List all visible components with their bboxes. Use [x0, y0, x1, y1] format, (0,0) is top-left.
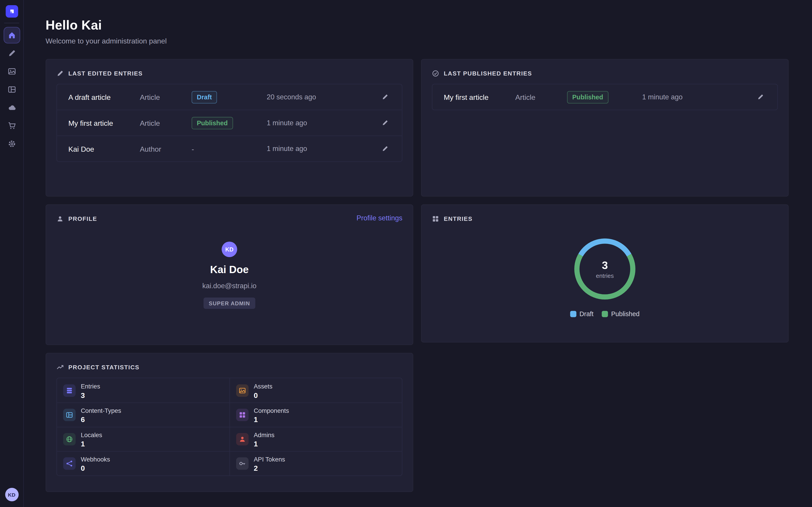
last-published-table: My first article Article Published 1 min…	[432, 84, 778, 110]
sidebar-item-settings[interactable]	[3, 135, 20, 152]
table-row[interactable]: My first article Article Published 1 min…	[57, 110, 402, 136]
entries-card: ENTRIES 3 entries	[421, 205, 789, 342]
page-subtitle: Welcome to your administration panel	[46, 37, 789, 45]
content-type-builder-icon	[7, 85, 16, 94]
admins-icon	[236, 433, 249, 446]
stat-value: 1	[254, 440, 258, 448]
locales-icon	[63, 433, 75, 446]
person-icon	[56, 215, 64, 222]
stat-label: Content-Types	[81, 407, 121, 414]
stat-label: Admins	[254, 432, 274, 439]
stat-label: Components	[254, 407, 289, 414]
sidebar-item-media-library[interactable]	[3, 63, 20, 79]
pencil-icon	[382, 145, 389, 152]
profile-name: Kai Doe	[210, 264, 249, 276]
sidebar-item-content-type-builder[interactable]	[3, 81, 20, 97]
entry-time: 1 minute ago	[267, 119, 379, 127]
user-avatar[interactable]: KD	[5, 488, 18, 501]
profile-email: kai.doe@strapi.io	[202, 282, 256, 290]
entry-type: Article	[515, 93, 567, 101]
home-icon	[7, 31, 16, 39]
stat-admins: Admins 1	[230, 427, 402, 451]
sidebar-divider	[4, 23, 19, 23]
profile-avatar: KD	[222, 241, 237, 257]
card-title: ENTRIES	[444, 216, 472, 222]
api-tokens-icon	[236, 457, 249, 470]
draft-swatch	[570, 311, 576, 317]
stat-label: Entries	[81, 383, 100, 390]
stat-content-types: Content-Types 6	[57, 402, 230, 427]
table-row[interactable]: My first article Article Published 1 min…	[433, 84, 777, 110]
card-title: PROJECT STATISTICS	[68, 364, 139, 371]
last-edited-card: LAST EDITED ENTRIES A draft article Arti…	[46, 59, 413, 197]
webhooks-icon	[63, 457, 75, 470]
legend-item-published: Published	[602, 311, 640, 318]
project-statistics-card: PROJECT STATISTICS Entries 3	[46, 353, 413, 492]
entry-name: A draft article	[68, 93, 140, 101]
edit-entry-button[interactable]	[755, 92, 766, 102]
cloud-icon	[7, 103, 16, 112]
content-types-icon	[63, 409, 75, 421]
entries-grid-icon	[432, 215, 439, 222]
stat-webhooks: Webhooks 0	[57, 451, 230, 475]
sidebar-item-content-manager[interactable]	[3, 45, 20, 61]
page-title: Hello Kai	[46, 17, 789, 33]
legend-item-draft: Draft	[570, 311, 594, 318]
app-window: KD Hello Kai Welcome to your administrat…	[0, 0, 812, 507]
trend-up-icon	[56, 364, 64, 371]
stat-value: 6	[81, 415, 85, 424]
stat-assets: Assets 0	[230, 378, 402, 402]
stat-entries: Entries 3	[57, 378, 230, 402]
pencil-icon	[382, 94, 389, 101]
media-library-icon	[7, 67, 16, 75]
profile-role-badge: SUPER ADMIN	[204, 297, 255, 309]
sidebar-item-deploy[interactable]	[3, 99, 20, 116]
profile-card: PROFILE Profile settings KD Kai Doe kai.…	[46, 205, 413, 345]
stat-value: 1	[81, 440, 85, 448]
entry-type: Article	[140, 93, 192, 101]
dashboard-grid: LAST EDITED ENTRIES A draft article Arti…	[46, 59, 789, 492]
stat-value: 1	[254, 415, 258, 424]
card-title: PROFILE	[68, 216, 97, 222]
card-title: LAST PUBLISHED ENTRIES	[444, 70, 532, 76]
sidebar-item-home[interactable]	[3, 26, 20, 43]
table-row[interactable]: Kai Doe Author - 1 minute ago	[57, 136, 402, 162]
entry-name: My first article	[68, 119, 140, 127]
stat-value: 2	[254, 464, 258, 472]
components-icon	[236, 409, 249, 421]
sidebar-item-marketplace[interactable]	[3, 117, 20, 133]
legend-label: Draft	[579, 311, 594, 318]
strapi-logo-icon	[8, 8, 15, 15]
stat-value: 3	[81, 391, 85, 399]
published-swatch	[602, 311, 608, 317]
profile-settings-link[interactable]: Profile settings	[357, 214, 402, 222]
entry-time: 20 seconds ago	[267, 93, 379, 101]
last-published-card: LAST PUBLISHED ENTRIES My first article …	[421, 59, 789, 197]
card-title: LAST EDITED ENTRIES	[68, 70, 143, 76]
sidebar: KD	[0, 0, 24, 507]
stat-label: API Tokens	[254, 456, 285, 463]
stat-label: Webhooks	[81, 456, 110, 463]
strapi-logo[interactable]	[5, 5, 18, 17]
stat-label: Assets	[254, 383, 272, 390]
status-badge: Published	[567, 91, 608, 103]
assets-icon	[236, 384, 249, 397]
edit-entry-button[interactable]	[379, 143, 391, 154]
check-circle-icon	[432, 70, 439, 77]
edit-entry-button[interactable]	[379, 117, 391, 128]
entry-time: 1 minute ago	[642, 93, 755, 101]
status-empty: -	[192, 145, 194, 153]
stat-label: Locales	[81, 432, 102, 439]
chart-legend: Draft Published	[570, 311, 640, 318]
pencil-icon	[382, 119, 389, 126]
table-row[interactable]: A draft article Article Draft 20 seconds…	[57, 84, 402, 110]
cart-icon	[7, 121, 16, 129]
edit-entry-button[interactable]	[379, 92, 391, 102]
legend-label: Published	[611, 311, 640, 318]
content-manager-icon	[7, 49, 16, 57]
entry-type: Article	[140, 119, 192, 127]
entries-count: 3	[602, 259, 608, 270]
gear-icon	[7, 139, 16, 148]
entry-type: Author	[140, 145, 192, 153]
status-badge: Draft	[192, 91, 217, 103]
